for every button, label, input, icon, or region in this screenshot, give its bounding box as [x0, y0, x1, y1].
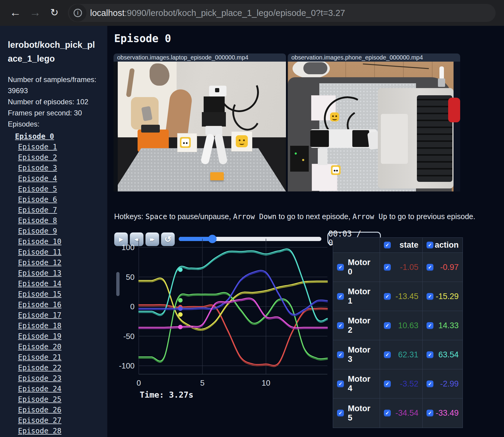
- motor-2-checkbox[interactable]: ✓: [337, 322, 344, 329]
- episode-link-2[interactable]: Episode 2: [18, 152, 99, 163]
- back-icon[interactable]: ←: [7, 4, 24, 21]
- episode-link-5[interactable]: Episode 5: [18, 184, 99, 194]
- motor-state-cell: ✓62.31: [380, 340, 423, 369]
- video-laptop-player[interactable]: [114, 62, 286, 191]
- laptop-trackpad: [381, 114, 408, 164]
- episode-link-10[interactable]: Episode 10: [18, 237, 99, 247]
- episode-link-11[interactable]: Episode 11: [18, 247, 99, 258]
- motor-2-action-checkbox[interactable]: ✓: [427, 322, 433, 329]
- motor-4-action-checkbox[interactable]: ✓: [427, 380, 433, 387]
- red-object: [448, 98, 460, 122]
- episode-link-8[interactable]: Episode 8: [18, 215, 99, 226]
- motor-1-state-checkbox[interactable]: ✓: [384, 293, 391, 300]
- episode-link-13[interactable]: Episode 13: [18, 268, 99, 279]
- motor-name: Motor 3: [348, 345, 376, 364]
- hugging-face-sticker: [236, 135, 248, 147]
- state-header: state: [399, 240, 418, 250]
- episode-link-24[interactable]: Episode 24: [18, 384, 99, 394]
- episode-link-27[interactable]: Episode 27: [18, 415, 99, 426]
- fps-info: Frames per second: 30: [8, 107, 99, 118]
- action-header-checkbox[interactable]: ✓: [427, 242, 433, 249]
- episode-link-22[interactable]: Episode 22: [18, 363, 99, 373]
- url-text: localhost:9090/lerobot/koch_pick_place_1…: [90, 8, 345, 18]
- motor-5-checkbox[interactable]: ✓: [337, 410, 344, 417]
- motor-0-checkbox[interactable]: ✓: [337, 264, 344, 271]
- motor-state-cell: ✓-3.52: [380, 369, 423, 399]
- panda-sticker: [180, 137, 191, 148]
- motor-3-state-checkbox[interactable]: ✓: [384, 351, 391, 358]
- episode-link-26[interactable]: Episode 26: [18, 405, 99, 415]
- episode-link-17[interactable]: Episode 17: [18, 310, 99, 321]
- motor-state-value: -34.54: [395, 408, 418, 418]
- forward-icon[interactable]: →: [26, 4, 44, 21]
- usb-plug: [438, 78, 445, 87]
- episode-link-0[interactable]: Episode 0: [15, 131, 99, 142]
- reload-icon[interactable]: ↻: [46, 4, 63, 21]
- url-host: localhost: [90, 8, 124, 18]
- motor-action-cell: ✓-15.29: [423, 282, 463, 311]
- video-letterbox: [114, 62, 118, 191]
- lego-baseplate: [114, 148, 286, 191]
- motor-state-value: 10.63: [398, 321, 418, 330]
- episode-link-9[interactable]: Episode 9: [18, 226, 99, 237]
- target-box-left: [177, 133, 197, 152]
- panda-face-icon: [332, 167, 339, 173]
- motor-4-state-checkbox[interactable]: ✓: [384, 380, 391, 387]
- episode-link-23[interactable]: Episode 23: [18, 373, 99, 384]
- episode-link-7[interactable]: Episode 7: [18, 205, 99, 215]
- episode-link-20[interactable]: Episode 20: [18, 342, 99, 352]
- scrollbar-thumb[interactable]: [116, 272, 120, 296]
- motor-1-checkbox[interactable]: ✓: [337, 293, 344, 300]
- episode-link-1[interactable]: Episode 1: [18, 142, 99, 152]
- motor-5-state-checkbox[interactable]: ✓: [384, 410, 391, 417]
- episode-link-12[interactable]: Episode 12: [18, 258, 99, 268]
- dataset-info: Number of samples/frames: 39693 Number o…: [8, 74, 99, 118]
- usb-cable: [439, 66, 444, 80]
- robot-base: [318, 148, 327, 165]
- episode-link-4[interactable]: Episode 4: [18, 173, 99, 184]
- motor-3-checkbox[interactable]: ✓: [337, 351, 344, 358]
- episode-link-28[interactable]: Episode 28: [18, 426, 99, 436]
- video-phone-player[interactable]: [288, 62, 460, 191]
- panda-face-icon: [181, 139, 189, 146]
- motor-2-state-checkbox[interactable]: ✓: [384, 322, 391, 329]
- site-info-button[interactable]: i: [69, 4, 87, 22]
- x-tick-label: 10: [262, 378, 270, 387]
- episode-link-25[interactable]: Episode 25: [18, 394, 99, 405]
- robot-motor-block: [202, 112, 226, 127]
- motor-state-cell: ✓-13.45: [380, 282, 423, 311]
- episode-link-18[interactable]: Episode 18: [18, 321, 99, 331]
- robot-joint: [310, 130, 329, 147]
- episode-link-16[interactable]: Episode 16: [18, 300, 99, 310]
- hotkeys-text: to go to previous episode.: [387, 212, 475, 221]
- motor-5-action-checkbox[interactable]: ✓: [427, 410, 433, 417]
- episode-link-15[interactable]: Episode 15: [18, 289, 99, 300]
- laptop-keyboard: [417, 95, 452, 182]
- episode-link-3[interactable]: Episode 3: [18, 163, 99, 173]
- motor-row-3: ✓Motor 3✓62.31✓63.54: [333, 340, 463, 369]
- x-tick-label: 5: [200, 378, 204, 387]
- motor-action-cell: ✓-0.97: [423, 253, 463, 282]
- motor-name: Motor 5: [348, 404, 376, 423]
- motor-1-action-checkbox[interactable]: ✓: [427, 293, 433, 300]
- episode-link-14[interactable]: Episode 14: [18, 279, 99, 289]
- episode-link-21[interactable]: Episode 21: [18, 352, 99, 363]
- episode-list: Episode 0Episode 1Episode 2Episode 3Epis…: [8, 131, 99, 436]
- video-letterbox: [454, 62, 460, 191]
- motor-name: Motor 4: [348, 374, 376, 393]
- motor-name: Motor 0: [348, 258, 376, 277]
- episode-link-19[interactable]: Episode 19: [18, 331, 99, 342]
- motor-4-checkbox[interactable]: ✓: [337, 380, 344, 387]
- hotkeys-text: to pause/unpause,: [167, 212, 233, 221]
- y-tick-label: -50: [123, 332, 135, 341]
- current-time-dot-motor-4: [178, 306, 183, 311]
- motor-0-state-checkbox[interactable]: ✓: [384, 264, 391, 271]
- motor-3-action-checkbox[interactable]: ✓: [427, 351, 433, 358]
- motor-name-cell: ✓Motor 4: [333, 369, 380, 399]
- episode-link-6[interactable]: Episode 6: [18, 194, 99, 205]
- motor-0-action-checkbox[interactable]: ✓: [427, 264, 433, 271]
- line-state-motor-4: [139, 271, 327, 316]
- address-bar[interactable]: i localhost:9090/lerobot/koch_pick_place…: [68, 4, 496, 22]
- browser-window: ← → ↻ i localhost:9090/lerobot/koch_pick…: [0, 0, 504, 437]
- state-header-checkbox[interactable]: ✓: [384, 242, 391, 249]
